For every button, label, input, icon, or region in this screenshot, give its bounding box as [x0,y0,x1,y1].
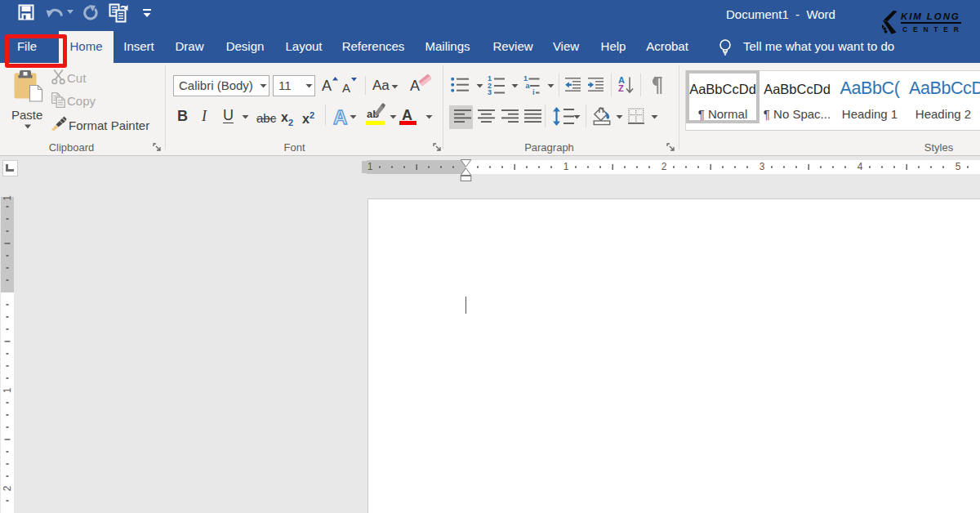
svg-text:1: 1 [2,195,13,201]
svg-text:a: a [526,82,531,90]
svg-text:3: 3 [488,88,492,96]
svg-text:2: 2 [2,485,13,491]
svg-text:1: 1 [2,387,13,393]
svg-text:i: i [532,88,535,96]
